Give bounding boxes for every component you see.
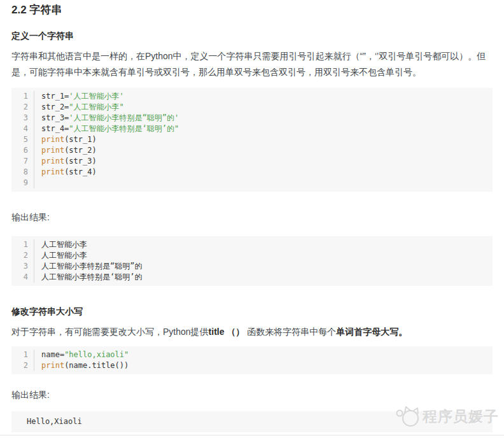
section-heading-title-case: 修改字符串大小写 [11,306,493,316]
line-number: 1 [11,239,34,250]
line-number: 3 [11,113,34,124]
line-number: 4 [11,272,34,283]
paragraph-define: 字符串和其他语言中是一样的，在Python中，定义一个字符串只需要用引号引起来就… [11,48,493,80]
paragraph-segment: 单词首字母大写。 [336,327,407,337]
code-text: print(name.title()) [41,360,493,371]
line-number: 1 [11,91,34,102]
cat-logo-icon [394,405,421,428]
code-text: 人工智能小李 [41,239,493,250]
code-line: 3str_3='人工智能小李特别是“聪明”的' [11,113,493,124]
code-line: 1name="hello,xiaoli" [11,350,493,360]
code-line: 2str_2="人工智能小李" [11,102,493,113]
line-number: 9 [11,178,34,188]
code-line: 4人工智能小李特别是‘聪明’的 [11,272,493,283]
line-number: 3 [11,261,34,272]
code-text: print(str_4) [41,167,493,178]
paragraph-segment: 函数来将字符串中每个 [247,327,336,337]
code-text: str_1='人工智能小李' [41,91,493,102]
code-text: name="hello,xiaoli" [41,350,493,360]
code-line: 2人工智能小李 [11,250,493,261]
paragraph-title-case: 对于字符串，有可能需要更改大小写，Python提供title （） 函数来将字符… [11,324,493,340]
code-text: str_2="人工智能小李" [41,102,493,113]
code-block-title-case: 1name="hello,xiaoli"2print(name.title()) [11,346,493,374]
output-label-1: 输出结果: [11,212,493,222]
paragraph-segment: title （） [209,327,248,337]
code-text: print(str_1) [41,134,493,145]
code-text: 人工智能小李特别是‘聪明’的 [41,272,493,283]
code-line: 1人工智能小李 [11,239,493,250]
code-text: print(str_3) [41,156,493,167]
section-heading-define: 定义一个字符串 [11,31,493,41]
watermark: 程序员媛子 [394,405,499,428]
code-line: 7print(str_3) [11,156,493,167]
page-title: 2.2 字符串 [11,4,493,17]
line-number: 2 [11,102,34,113]
code-line: 4str_4="人工智能小李特别是‘聪明’的" [11,124,493,134]
line-number: 2 [11,250,34,261]
code-line: 5print(str_1) [11,134,493,145]
output-label-2: 输出结果: [11,390,493,400]
code-text: 人工智能小李特别是“聪明”的 [41,261,493,272]
code-line: 9 [11,178,493,188]
output-block-define-strings: 1人工智能小李2人工智能小李3人工智能小李特别是“聪明”的4人工智能小李特别是‘… [11,236,493,286]
line-number: 1 [11,350,34,360]
code-line: 8print(str_4) [11,167,493,178]
code-text: str_3='人工智能小李特别是“聪明”的' [41,113,493,124]
line-number: 8 [11,167,34,178]
code-block-define-strings: 1str_1='人工智能小李'2str_2="人工智能小李"3str_3='人工… [11,88,493,192]
code-text: print(str_2) [41,145,493,156]
bottom-divider [0,435,504,435]
line-number: 7 [11,156,34,167]
code-line: 2print(name.title()) [11,360,493,371]
line-number: 5 [11,134,34,145]
code-line: 3人工智能小李特别是“聪明”的 [11,261,493,272]
article-page: 2.2 字符串 定义一个字符串 字符串和其他语言中是一样的，在Python中，定… [0,0,504,432]
code-text: 人工智能小李 [41,250,493,261]
code-line: 1str_1='人工智能小李' [11,91,493,102]
line-number: 6 [11,145,34,156]
code-line: 6print(str_2) [11,145,493,156]
paragraph-segment: 对于字符串，有可能需要更改大小写，Python提供 [11,327,209,337]
watermark-text: 程序员媛子 [423,407,499,427]
line-number: 2 [11,360,34,371]
line-number: 4 [11,124,34,134]
code-text [41,178,493,188]
code-text: str_4="人工智能小李特别是‘聪明’的" [41,124,493,134]
